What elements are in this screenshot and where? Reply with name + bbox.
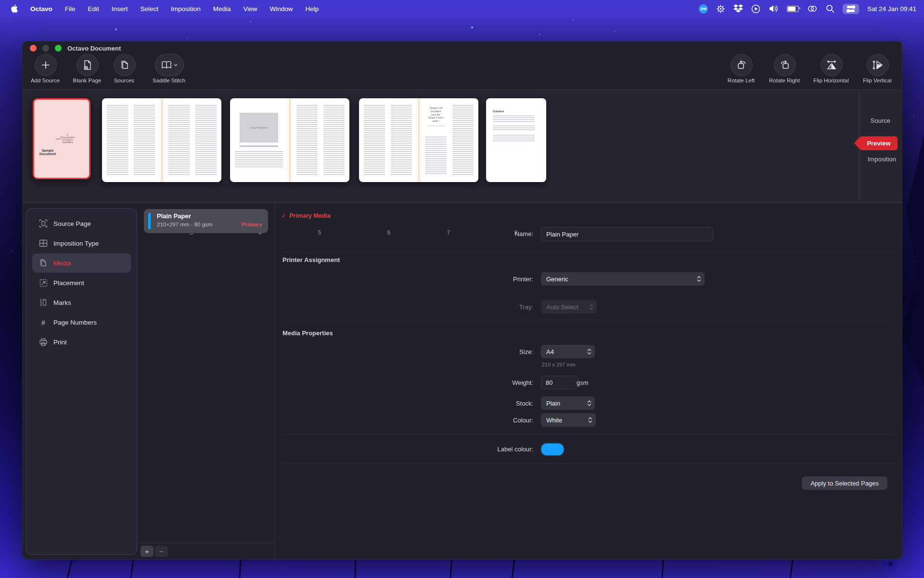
volume-icon[interactable] bbox=[769, 4, 779, 13]
tab-preview[interactable]: Preview bbox=[860, 136, 898, 150]
helm-icon[interactable] bbox=[716, 4, 725, 13]
minimize-window-button[interactable] bbox=[42, 45, 49, 52]
menu-window[interactable]: Window bbox=[270, 5, 293, 13]
sidebar-item-print[interactable]: Print bbox=[32, 332, 131, 352]
tab-source[interactable]: Source bbox=[871, 117, 890, 124]
menu-file[interactable]: File bbox=[65, 5, 76, 13]
up-down-chevron-icon bbox=[587, 348, 591, 355]
primary-media-title: Primary Media bbox=[289, 212, 330, 219]
flip-horizontal-button[interactable] bbox=[821, 54, 843, 76]
stock-select-value: Plain bbox=[546, 400, 560, 407]
spread-crease-line bbox=[290, 98, 290, 182]
sidebar-label: Marks bbox=[53, 299, 71, 306]
media-list-footer-divider bbox=[138, 543, 274, 543]
add-source-button[interactable] bbox=[35, 54, 57, 76]
size-select[interactable]: A4 bbox=[541, 345, 595, 358]
sidebar-item-media[interactable]: Media bbox=[32, 253, 131, 273]
pages-icon bbox=[119, 60, 130, 70]
spread-crease-line bbox=[419, 98, 419, 182]
flip-vertical-icon bbox=[872, 60, 884, 70]
control-center-icon[interactable] bbox=[843, 4, 859, 14]
battery-icon[interactable] bbox=[787, 6, 799, 12]
menu-select[interactable]: Select bbox=[141, 5, 159, 13]
hash-icon: # bbox=[39, 318, 48, 327]
link-icon[interactable] bbox=[807, 4, 818, 13]
colophon-heading: Colophon bbox=[493, 110, 535, 113]
page-7-content: "Design is not just what it looks like. … bbox=[425, 105, 474, 175]
pull-quote: "Design is not just what it looks like. … bbox=[425, 105, 447, 123]
form-divider bbox=[282, 252, 893, 253]
media-details: 210×297 mm · 80 gsm bbox=[157, 222, 212, 227]
zoom-window-button[interactable] bbox=[55, 45, 62, 52]
zoom-app-icon[interactable]: zm bbox=[699, 4, 708, 13]
page-2-content bbox=[107, 105, 155, 175]
apply-to-selected-pages-button[interactable]: Apply to Selected Pages bbox=[802, 476, 887, 490]
sidebar-item-placement[interactable]: Placement bbox=[32, 273, 131, 292]
wallpaper-shape bbox=[902, 135, 924, 385]
sidebar-item-source-page[interactable]: Source Page bbox=[32, 214, 131, 233]
weight-label: Weight: bbox=[461, 379, 533, 386]
printer-select[interactable]: Generic bbox=[541, 272, 705, 286]
play-icon[interactable] bbox=[751, 4, 760, 13]
sidebar-item-page-numbers[interactable]: # Page Numbers bbox=[32, 313, 131, 332]
media-sheets-icon bbox=[39, 259, 48, 267]
saddle-stitch-button[interactable] bbox=[155, 54, 184, 76]
flip-horizontal-icon bbox=[826, 60, 837, 70]
up-down-chevron-icon bbox=[590, 304, 593, 310]
tab-imposition[interactable]: Imposition bbox=[868, 156, 896, 163]
page-number-7[interactable]: 7 bbox=[439, 229, 458, 236]
rotate-left-button[interactable] bbox=[731, 54, 753, 76]
blank-page-button[interactable] bbox=[77, 54, 99, 76]
media-list-item-plain-paper[interactable]: Plain Paper 210×297 mm · 80 gsm Primary bbox=[144, 209, 268, 233]
image-placeholder: Image Placeholder bbox=[240, 113, 278, 143]
add-media-button[interactable]: + bbox=[141, 546, 154, 557]
window-title: Octavo Document bbox=[67, 45, 121, 52]
sidebar-item-marks[interactable]: Marks bbox=[32, 293, 131, 312]
sidebar-item-imposition-type[interactable]: Imposition Type bbox=[32, 234, 131, 253]
menu-imposition[interactable]: Imposition bbox=[171, 5, 201, 13]
menu-help[interactable]: Help bbox=[305, 5, 319, 13]
dropbox-icon[interactable] bbox=[733, 4, 743, 13]
menu-media[interactable]: Media bbox=[213, 5, 231, 13]
page-thumbnail-1[interactable]: Sample Document A Demonstration of Octav… bbox=[33, 98, 90, 179]
printer-label: Printer: bbox=[461, 276, 533, 283]
apple-menu-icon[interactable] bbox=[11, 4, 18, 13]
menu-edit[interactable]: Edit bbox=[88, 5, 99, 13]
primary-media-header: ✓Primary Media bbox=[282, 212, 331, 219]
up-down-chevron-icon bbox=[587, 400, 591, 407]
crop-page-icon bbox=[39, 219, 48, 228]
remove-media-button[interactable]: − bbox=[155, 546, 168, 557]
page-thumbnail-spread-4-5[interactable]: Image Placeholder bbox=[230, 98, 349, 182]
plus-icon bbox=[41, 60, 51, 70]
menu-clock[interactable]: Sat 24 Jan 09:41 bbox=[867, 5, 916, 13]
printer-assignment-header: Printer Assignment bbox=[282, 256, 340, 263]
page-thumbnail-spread-6-7[interactable]: "Design is not just what it looks like. … bbox=[359, 98, 478, 182]
colour-select[interactable]: White bbox=[541, 413, 596, 427]
flip-vertical-button[interactable] bbox=[867, 54, 889, 76]
title-rule bbox=[56, 139, 61, 139]
tray-select: Auto Select bbox=[541, 300, 597, 314]
page-thumbnail-8[interactable]: Colophon bbox=[486, 98, 546, 182]
name-input[interactable] bbox=[541, 227, 713, 241]
sidebar-label: Media bbox=[53, 260, 71, 267]
colour-label: Colour: bbox=[461, 417, 533, 424]
rotate-right-button[interactable] bbox=[774, 54, 796, 76]
close-window-button[interactable] bbox=[30, 45, 37, 52]
label-colour-swatch[interactable] bbox=[541, 443, 564, 456]
colour-select-value: White bbox=[546, 417, 562, 424]
spread-crease-line bbox=[162, 98, 162, 182]
search-icon[interactable] bbox=[826, 4, 834, 13]
page-thumbnail-spread-2-3[interactable] bbox=[102, 98, 221, 182]
page-4-content: Image Placeholder bbox=[235, 105, 283, 175]
check-icon: ✓ bbox=[282, 212, 286, 219]
page-number-5[interactable]: 5 bbox=[310, 229, 329, 236]
open-book-icon bbox=[161, 61, 173, 69]
page-number-6[interactable]: 6 bbox=[379, 229, 398, 236]
weight-input[interactable] bbox=[541, 376, 578, 389]
menu-view[interactable]: View bbox=[243, 5, 257, 13]
saddle-stitch-label: Saddle Stitch bbox=[142, 78, 195, 83]
app-menu-octavo[interactable]: Octavo bbox=[30, 5, 52, 13]
stock-select[interactable]: Plain bbox=[541, 396, 595, 410]
menu-insert[interactable]: Insert bbox=[112, 5, 128, 13]
sources-button[interactable] bbox=[114, 54, 136, 76]
